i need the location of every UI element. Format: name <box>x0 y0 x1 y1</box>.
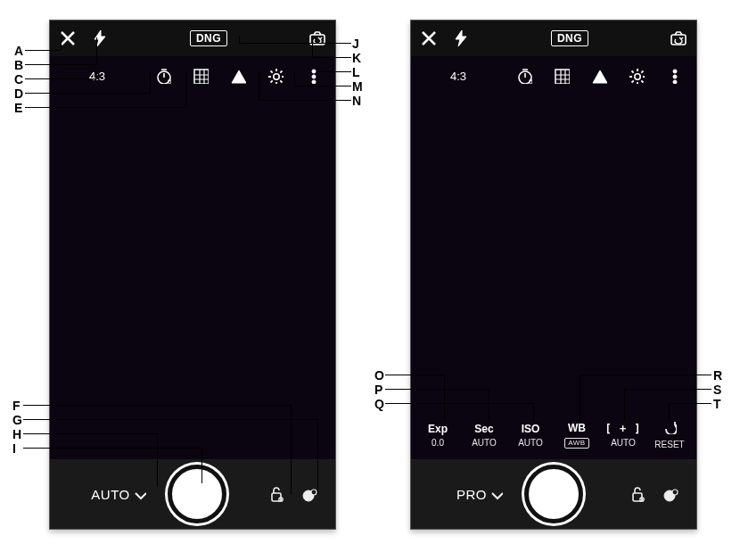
callout-E: E <box>14 102 22 114</box>
settings-icon[interactable] <box>267 68 284 84</box>
callout-C: C <box>14 73 23 86</box>
dng-badge[interactable]: DNG <box>190 30 227 46</box>
mode-label: AUTO <box>91 487 129 502</box>
callout-S: S <box>713 383 721 396</box>
callout-Q: Q <box>374 398 384 410</box>
chevron-down-icon <box>132 487 146 501</box>
timer-icon[interactable] <box>516 68 532 84</box>
mode-selector[interactable]: AUTO <box>91 487 145 502</box>
tool-row: 4:3 <box>50 56 335 92</box>
timer-icon[interactable] <box>155 68 171 84</box>
aspect-ratio[interactable]: 4:3 <box>450 70 466 83</box>
camera-screen-auto: DNG 4:3 AUTO <box>49 20 336 530</box>
callout-G: G <box>12 414 22 426</box>
more-icon[interactable] <box>305 68 321 84</box>
callout-J: J <box>352 37 359 50</box>
pro-reset[interactable]: RESET <box>650 420 689 450</box>
filters-icon[interactable] <box>662 485 680 503</box>
callout-B: B <box>14 59 23 71</box>
grid-icon[interactable] <box>193 68 209 84</box>
filters-icon[interactable] <box>301 485 319 503</box>
lock-icon[interactable] <box>629 485 646 503</box>
pro-controls: Exp0.0 SecAUTO ISOAUTO WBAWB [ + ]AUTO R… <box>411 415 696 459</box>
reset-icon <box>662 420 677 434</box>
mode-selector[interactable]: PRO <box>456 487 503 502</box>
pro-exp[interactable]: Exp0.0 <box>418 423 457 449</box>
switch-camera-icon[interactable] <box>670 29 687 47</box>
histogram-icon[interactable] <box>230 68 246 84</box>
grid-icon[interactable] <box>554 68 570 84</box>
camera-screen-pro: DNG 4:3 Exp0.0 SecAUTO ISOAUTO WBAWB [ +… <box>410 20 697 530</box>
flash-icon[interactable] <box>91 29 109 47</box>
callout-F: F <box>12 399 21 412</box>
dng-badge[interactable]: DNG <box>551 30 588 46</box>
pro-sec[interactable]: SecAUTO <box>465 423 504 449</box>
callout-N: N <box>352 95 361 107</box>
top-bar: DNG <box>411 21 696 56</box>
callout-L: L <box>352 66 360 78</box>
viewfinder[interactable] <box>411 92 696 415</box>
callout-M: M <box>352 80 363 93</box>
callout-D: D <box>14 87 23 100</box>
callout-P: P <box>374 383 382 396</box>
tool-row: 4:3 <box>411 56 696 92</box>
pro-iso[interactable]: ISOAUTO <box>511 423 550 449</box>
shutter-button[interactable] <box>524 465 583 523</box>
histogram-icon[interactable] <box>591 68 607 84</box>
callout-A: A <box>14 45 23 57</box>
pro-focus[interactable]: [ + ]AUTO <box>604 423 643 449</box>
callout-R: R <box>713 369 722 382</box>
callout-T: T <box>713 398 721 410</box>
callout-O: O <box>374 369 384 382</box>
bottom-bar: AUTO <box>50 459 335 529</box>
mode-label: PRO <box>456 487 487 502</box>
flash-icon[interactable] <box>452 29 470 47</box>
callout-I: I <box>12 442 16 455</box>
chevron-down-icon <box>489 487 503 501</box>
pro-wb[interactable]: WBAWB <box>557 422 596 449</box>
callout-K: K <box>352 52 361 64</box>
shutter-button[interactable] <box>168 465 226 523</box>
callout-H: H <box>12 428 21 441</box>
lock-icon[interactable] <box>267 485 285 503</box>
aspect-ratio[interactable]: 4:3 <box>89 70 105 83</box>
settings-icon[interactable] <box>629 68 645 84</box>
top-bar: DNG <box>50 21 335 56</box>
close-icon[interactable] <box>420 29 438 47</box>
more-icon[interactable] <box>666 68 682 84</box>
close-icon[interactable] <box>59 29 77 47</box>
bottom-bar: PRO <box>411 459 696 529</box>
